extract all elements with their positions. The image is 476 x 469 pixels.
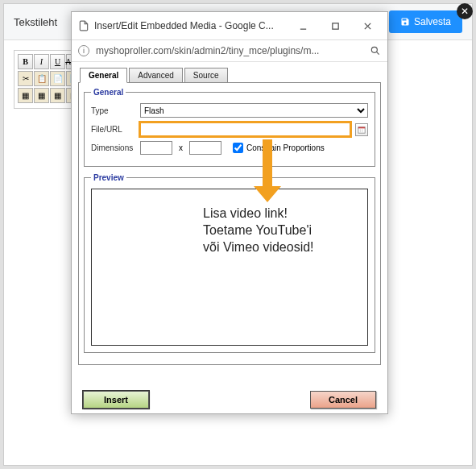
url-label: File/URL <box>91 125 135 134</box>
address-bar: i myshoproller.com/skin/admin2/tiny_mce/… <box>72 40 387 62</box>
tab-strip: General Advanced Source <box>80 67 381 82</box>
underline-button[interactable]: U <box>50 54 65 69</box>
toolbar-button[interactable]: 📋 <box>34 71 49 86</box>
save-button[interactable]: Salvesta <box>389 10 462 33</box>
preview-fieldset: Preview <box>84 173 375 353</box>
dialog-body: General Advanced Source General Type Fla… <box>72 62 387 420</box>
svg-rect-7 <box>358 127 365 128</box>
constrain-checkbox[interactable] <box>233 143 243 153</box>
preview-legend: Preview <box>91 173 126 182</box>
toolbar-button[interactable]: ▦ <box>34 88 49 103</box>
minimize-button[interactable] <box>289 17 317 35</box>
toolbar-button[interactable]: ▦ <box>50 88 65 103</box>
dialog-footer: Insert Cancel <box>78 386 381 413</box>
tab-source[interactable]: Source <box>184 68 228 82</box>
info-icon[interactable]: i <box>78 45 89 56</box>
dim-x: x <box>177 143 184 152</box>
bold-button[interactable]: B <box>18 54 33 69</box>
svg-rect-1 <box>332 23 337 28</box>
close-button[interactable] <box>354 17 381 35</box>
preview-box <box>91 189 368 346</box>
save-label: Salvesta <box>414 16 451 27</box>
search-icon[interactable] <box>370 45 381 56</box>
dimensions-label: Dimensions <box>91 143 135 152</box>
width-input[interactable] <box>140 141 172 155</box>
maximize-button[interactable] <box>321 17 349 35</box>
cancel-button[interactable]: Cancel <box>310 391 376 409</box>
media-dialog: Insert/Edit Embedded Media - Google C...… <box>71 11 388 414</box>
general-fieldset: General Type Flash File/URL Dimensions <box>84 88 375 167</box>
calendar-icon <box>358 126 366 134</box>
page-title: Tekstileht <box>14 16 57 28</box>
svg-line-5 <box>376 52 379 54</box>
close-badge[interactable]: ✕ <box>457 3 473 19</box>
type-label: Type <box>91 106 135 115</box>
toolbar-button[interactable]: 📄 <box>50 71 65 86</box>
svg-point-4 <box>371 47 377 52</box>
italic-button[interactable]: I <box>34 54 49 69</box>
dialog-title: Insert/Edit Embedded Media - Google C... <box>94 20 284 31</box>
insert-button[interactable]: Insert <box>83 391 149 409</box>
save-icon <box>400 17 410 27</box>
tab-general[interactable]: General <box>80 68 127 83</box>
constrain-label: Constrain Proportions <box>246 143 325 152</box>
url-input[interactable] <box>140 122 350 136</box>
tab-advanced[interactable]: Advanced <box>129 68 182 82</box>
height-input[interactable] <box>189 141 221 155</box>
constrain-wrapper[interactable]: Constrain Proportions <box>233 143 325 153</box>
document-icon <box>78 20 89 31</box>
type-select[interactable]: Flash <box>140 103 368 118</box>
toolbar-button[interactable]: ▦ <box>18 88 33 103</box>
url-text: myshoproller.com/skin/admin2/tiny_mce/pl… <box>96 45 363 56</box>
toolbar-button[interactable]: ✂ <box>18 71 33 86</box>
general-legend: General <box>91 88 126 97</box>
browse-button[interactable] <box>355 123 368 136</box>
tab-content: General Type Flash File/URL Dimensions <box>78 82 381 365</box>
dialog-titlebar: Insert/Edit Embedded Media - Google C... <box>72 12 387 40</box>
